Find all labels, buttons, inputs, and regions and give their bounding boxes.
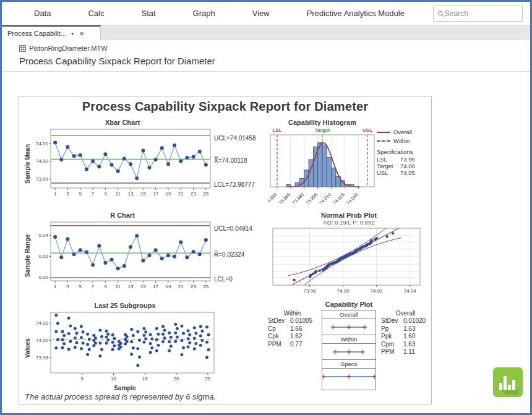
report-footnote: The actual process spread is represented… (25, 392, 216, 401)
r-center-label: R̄=0.02324 (214, 251, 244, 258)
svg-text:0.04: 0.04 (38, 233, 48, 238)
menu-item-view[interactable]: View (252, 9, 270, 18)
svg-text:19: 19 (165, 191, 171, 197)
menu-item-graph[interactable]: Graph (193, 9, 215, 18)
svg-text:17: 17 (153, 284, 158, 289)
svg-text:11: 11 (116, 191, 121, 197)
svg-text:3: 3 (66, 284, 69, 289)
svg-text:21: 21 (178, 284, 184, 289)
svg-text:25: 25 (205, 376, 210, 382)
close-icon[interactable]: ✕ (79, 30, 84, 37)
overall-stat-row: Ppk1.60 (381, 333, 430, 341)
histogram-legend: Overall Within Specifications LSL73.95 T… (377, 119, 430, 212)
svg-text:74.040: 74.040 (345, 192, 359, 206)
worksheet-link[interactable]: PistonRingDiameter.MTW (2, 40, 530, 54)
header-separator (2, 71, 530, 72)
minitab-logo[interactable] (493, 367, 523, 397)
histogram-plot[interactable]: LSLTargetUSL73.95073.96573.98073.99574.0… (268, 126, 377, 208)
chart-xbar: Sample Mean Xbar Chart 73.9974.0074.0113… (23, 119, 268, 209)
xbar-lcl-label: LCL=73.98777 (214, 181, 255, 188)
svg-text:73.98: 73.98 (36, 355, 49, 361)
bar-chart-icon (493, 367, 523, 397)
svg-text:74.00: 74.00 (36, 338, 49, 343)
r-plot[interactable]: 0.000.020.04135791113151719212325 (32, 219, 213, 291)
chart-histogram: Capability Histogram LSLTargetUSL73.9507… (268, 119, 430, 212)
svg-text:13: 13 (128, 191, 134, 197)
menu-item-predictive-analytics-module[interactable]: Predictive Analytics Module (307, 9, 405, 18)
specifications-title: Specifications (377, 148, 430, 155)
xbar-title: Xbar Chart (32, 119, 213, 126)
r-lcl-label: LCL=0 (214, 276, 233, 283)
probplot-plot[interactable]: 73.9874.0074.0274.04 (268, 226, 424, 295)
tab-process-capability[interactable]: Process Capabilit... ▼ ✕ (2, 25, 101, 40)
chart-capability: Capability Plot Within StDev0.01005Cp1.6… (268, 301, 430, 397)
svg-text:73.950: 73.950 (268, 192, 278, 206)
capability-title: Capability Plot (268, 301, 430, 308)
svg-text:74.02: 74.02 (371, 288, 384, 294)
svg-text:USL: USL (363, 127, 372, 133)
svg-text:74.04: 74.04 (404, 288, 417, 294)
menu-item-data[interactable]: Data (34, 9, 51, 18)
xbar-ylabel: Sample Mean (23, 119, 32, 209)
svg-text:74.00: 74.00 (337, 288, 350, 294)
interval-band-specs: Specs (322, 359, 376, 369)
xbar-ucl-label: UCL=74.01458 (214, 135, 256, 142)
svg-text:74.02: 74.02 (36, 320, 49, 326)
chart-last25: Values Last 25 Subgroups 73.9874.0074.02… (23, 302, 268, 395)
within-stat-row: Cpk1.62 (268, 333, 317, 341)
interval-plot-specs (322, 369, 375, 385)
svg-text:9: 9 (104, 284, 107, 289)
svg-text:Target: Target (315, 127, 330, 133)
svg-text:11: 11 (116, 284, 121, 289)
histogram-title: Capability Histogram (268, 119, 377, 126)
svg-text:74.00: 74.00 (36, 158, 49, 164)
search-input[interactable] (445, 9, 518, 18)
tab-strip: Process Capabilit... ▼ ✕ (2, 25, 530, 40)
chart-probplot: Normal Prob Plot AD: 0.193, P: 0.892 73.… (268, 212, 430, 302)
within-stat-row: StDev0.01005 (268, 317, 317, 325)
spec-row-lsl: LSL73.95 (377, 156, 430, 163)
xbar-center-label: X̿=74.00118 (214, 157, 247, 164)
r-title: R Chart (32, 212, 213, 219)
spec-row-target: Target74.00 (377, 163, 430, 169)
svg-text:17: 17 (153, 191, 158, 197)
menu-item-calc[interactable]: Calc (88, 9, 104, 18)
svg-text:21: 21 (178, 191, 184, 197)
overall-stats-title: Overall (381, 310, 430, 317)
svg-text:73.995: 73.995 (305, 192, 319, 206)
within-stat-row: Cp1.66 (268, 325, 317, 333)
svg-text:15: 15 (140, 284, 146, 289)
menu-item-stat[interactable]: Stat (141, 9, 155, 18)
last25-ylabel: Values (23, 302, 32, 395)
menubar: Data Calc Stat Graph View Predictive Ana… (2, 2, 530, 25)
last25-plot[interactable]: 73.9874.0074.02510152025 (32, 309, 218, 385)
interval-band-overall: Overall (322, 310, 376, 319)
svg-text:15: 15 (142, 376, 148, 382)
svg-text:1: 1 (54, 191, 57, 197)
svg-text:23: 23 (191, 284, 196, 289)
interval-plot-within (322, 344, 375, 360)
svg-text:5: 5 (79, 191, 82, 197)
search-icon (437, 10, 445, 18)
r-annotations: UCL=0.04914 R̄=0.02324 LCL=0 (213, 212, 265, 299)
within-stats: Within StDev0.01005Cp1.66Cpk1.62PPM0.77 (268, 310, 317, 390)
xbar-annotations: UCL=74.01458 X̿=74.00118 LCL=73.98777 (213, 119, 265, 209)
overall-line-sample (377, 132, 390, 133)
chevron-down-icon[interactable]: ▼ (71, 32, 75, 36)
svg-text:10: 10 (111, 376, 116, 382)
svg-text:7: 7 (92, 284, 95, 289)
overall-stat-row: Cpm1.63 (381, 341, 430, 349)
svg-text:23: 23 (191, 191, 196, 197)
svg-text:19: 19 (165, 284, 171, 289)
last25-title: Last 25 Subgroups (32, 302, 218, 309)
r-ylabel: Sample Range (23, 212, 32, 299)
svg-text:LSL: LSL (272, 127, 281, 133)
worksheet-name: PistonRingDiameter.MTW (29, 45, 108, 52)
legend-within-label: Within (393, 137, 410, 144)
svg-text:74.010: 74.010 (318, 192, 332, 206)
svg-text:73.98: 73.98 (303, 288, 316, 294)
worksheet-icon (19, 45, 26, 52)
search-box[interactable] (433, 6, 523, 22)
xbar-plot[interactable]: 73.9974.0074.01135791113151719212325 (32, 126, 213, 198)
svg-text:73.965: 73.965 (278, 192, 292, 206)
